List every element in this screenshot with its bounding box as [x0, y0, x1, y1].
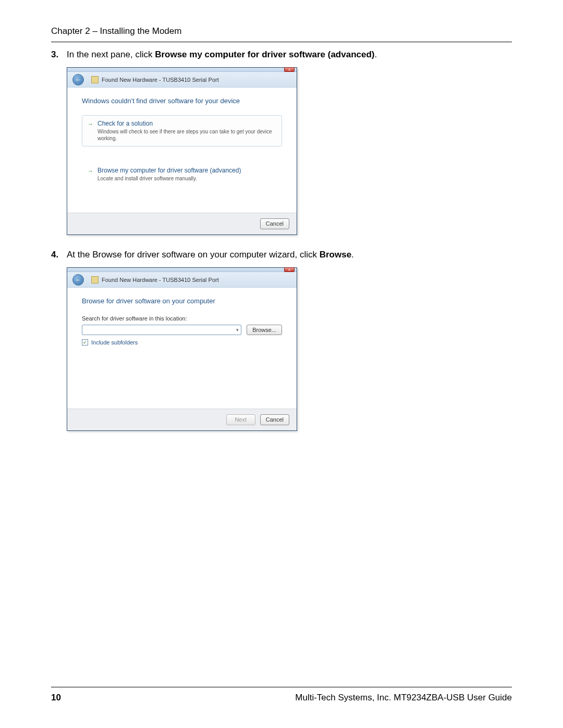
found-new-hardware-dialog-1: x ← Found New Hardware - TUSB3410 Serial… [67, 67, 297, 235]
next-button[interactable]: Next [226, 414, 255, 425]
cancel-button[interactable]: Cancel [260, 414, 289, 425]
arrow-icon: → [88, 121, 93, 142]
footer-guide-title: Multi-Tech Systems, Inc. MT9234ZBA-USB U… [295, 693, 512, 703]
cancel-button[interactable]: Cancel [260, 218, 289, 229]
step-text: In the next pane, click Browse my comput… [67, 50, 512, 60]
step3-pre: In the next pane, click [67, 50, 155, 59]
arrow-icon: → [88, 168, 93, 182]
page-number: 10 [51, 693, 61, 703]
option-check-solution[interactable]: → Check for a solution Windows will chec… [82, 115, 282, 146]
close-icon[interactable]: x [284, 267, 295, 272]
dialog-footer: Next Cancel [67, 409, 297, 430]
back-button[interactable]: ← [72, 74, 84, 85]
back-button[interactable]: ← [72, 274, 84, 286]
step-number: 4. [51, 250, 67, 260]
search-location-label: Search for driver software in this locat… [82, 315, 282, 322]
option-desc: Windows will check to see if there are s… [97, 128, 276, 142]
chevron-down-icon: ▾ [236, 327, 239, 332]
browse-button[interactable]: Browse... [247, 325, 282, 335]
chapter-header: Chapter 2 – Installing the Modem [51, 26, 512, 42]
step-number: 3. [51, 50, 67, 60]
include-subfolders-row[interactable]: ✓ Include subfolders [82, 339, 282, 346]
include-subfolders-checkbox[interactable]: ✓ [82, 339, 88, 346]
back-arrow-icon: ← [75, 76, 81, 83]
option-desc: Locate and install driver software manua… [97, 175, 241, 182]
option-title: Check for a solution [97, 120, 276, 127]
dialog-title: Found New Hardware - TUSB3410 Serial Por… [102, 277, 219, 283]
found-new-hardware-dialog-2: x ← Found New Hardware - TUSB3410 Serial… [67, 267, 297, 431]
dialog-title: Found New Hardware - TUSB3410 Serial Por… [102, 77, 219, 83]
include-subfolders-label: Include subfolders [91, 339, 138, 346]
step3-post: . [375, 50, 377, 59]
check-icon: ✓ [83, 340, 87, 345]
step4-bold: Browse [320, 250, 351, 260]
dialog-heading: Browse for driver software on your compu… [82, 297, 282, 305]
location-combo[interactable]: ▾ [82, 325, 241, 335]
step-3: 3. In the next pane, click Browse my com… [51, 50, 512, 60]
dialog-titlebar: x [67, 68, 297, 72]
step-text: At the Browse for driver software on you… [67, 250, 512, 260]
page-footer: 10 Multi-Tech Systems, Inc. MT9234ZBA-US… [51, 687, 512, 703]
option-title: Browse my computer for driver software (… [97, 167, 241, 174]
step-4: 4. At the Browse for driver software on … [51, 250, 512, 260]
hardware-icon [91, 276, 99, 283]
dialog-titlebar: x [67, 268, 297, 272]
dialog-heading: Windows couldn't find driver software fo… [82, 97, 282, 105]
step3-bold: Browse my computer for driver software (… [155, 50, 374, 59]
hardware-icon [91, 76, 99, 83]
option-browse-computer[interactable]: → Browse my computer for driver software… [82, 162, 282, 187]
dialog-footer: Cancel [67, 213, 297, 235]
step4-post: . [351, 250, 354, 260]
close-icon[interactable]: x [284, 67, 295, 72]
dialog-body: Browse for driver software on your compu… [67, 288, 297, 409]
step4-pre: At the Browse for driver software on you… [67, 250, 320, 260]
dialog-nav: ← Found New Hardware - TUSB3410 Serial P… [67, 72, 297, 88]
dialog-body: Windows couldn't find driver software fo… [67, 88, 297, 213]
back-arrow-icon: ← [75, 276, 81, 283]
dialog-nav: ← Found New Hardware - TUSB3410 Serial P… [67, 272, 297, 288]
